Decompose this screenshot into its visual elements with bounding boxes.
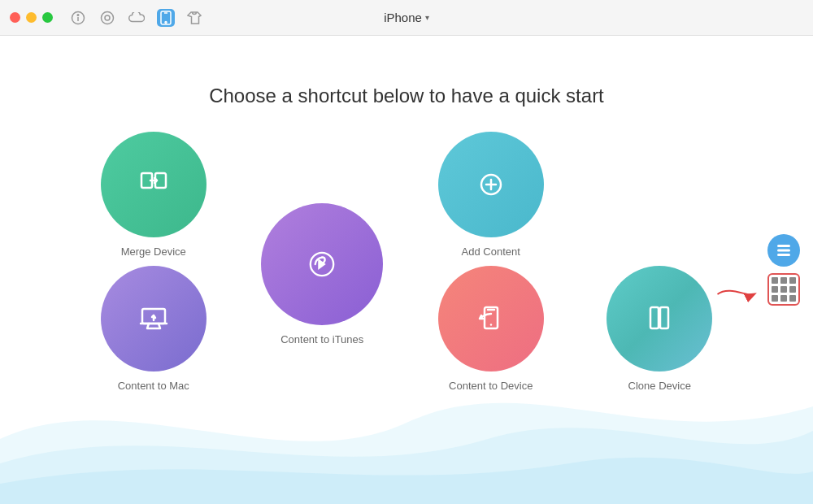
sidebar-right	[767, 234, 800, 306]
clone-icon	[641, 301, 677, 337]
settings-icon[interactable]	[98, 9, 116, 27]
info-icon[interactable]	[69, 9, 87, 27]
add-content-icon	[473, 167, 509, 202]
shortcut-add-content[interactable]: Add Content	[438, 132, 544, 258]
content-device-circle	[438, 266, 544, 371]
traffic-lights	[10, 12, 53, 23]
content-itunes-label: Content to iTunes	[280, 333, 363, 345]
device-transfer-icon	[473, 301, 509, 337]
titlebar-icons	[69, 9, 204, 27]
shortcuts-grid: Merge Device Content to iTunes	[73, 124, 740, 400]
content-itunes-circle	[261, 203, 383, 325]
svg-rect-19	[660, 307, 668, 328]
shortcut-merge-device[interactable]: Merge Device	[101, 132, 207, 258]
svg-point-3	[105, 15, 110, 20]
add-content-label: Add Content	[462, 245, 520, 258]
phone-device-icon[interactable]	[157, 9, 175, 27]
main-content: Choose a shortcut below to have a quick …	[0, 36, 813, 504]
clone-device-label: Clone Device	[628, 380, 691, 392]
toolbar-icon	[775, 241, 793, 259]
itunes-icon	[301, 243, 343, 285]
shortcut-clone-device[interactable]: Clone Device	[606, 266, 712, 392]
minimize-button[interactable]	[26, 12, 37, 23]
clone-device-circle	[606, 266, 712, 371]
merge-device-label: Merge Device	[121, 245, 186, 258]
svg-point-7	[165, 21, 167, 23]
dropdown-arrow-icon: ▾	[425, 13, 429, 22]
close-button[interactable]	[10, 12, 20, 23]
add-content-circle	[438, 132, 544, 237]
device-name: iPhone	[384, 11, 422, 24]
content-device-label: Content to Device	[449, 380, 533, 392]
device-selector[interactable]: iPhone ▾	[384, 11, 429, 24]
cloud-icon[interactable]	[128, 9, 146, 27]
toolbar-grid-button[interactable]	[767, 273, 800, 306]
shortcut-content-mac[interactable]: Content to Mac	[101, 266, 207, 392]
shortcut-content-itunes[interactable]: Content to iTunes	[261, 203, 383, 345]
svg-point-4	[102, 11, 114, 24]
svg-point-17	[490, 324, 492, 325]
merge-device-circle	[101, 132, 207, 237]
merge-icon	[136, 167, 172, 202]
page-title: Choose a shortcut below to have a quick …	[209, 85, 604, 107]
svg-rect-18	[650, 307, 659, 328]
content-mac-circle	[101, 266, 207, 371]
grid-dot-icon	[772, 277, 796, 302]
mac-icon	[136, 301, 172, 337]
tshirt-icon[interactable]	[186, 9, 204, 27]
svg-rect-22	[777, 250, 790, 252]
svg-rect-21	[777, 245, 790, 247]
content-mac-label: Content to Mac	[118, 380, 189, 392]
svg-point-2	[77, 14, 79, 15]
arrow-indicator	[711, 278, 760, 314]
titlebar: iPhone ▾	[0, 0, 813, 36]
svg-rect-23	[777, 254, 790, 256]
shortcut-content-device[interactable]: Content to Device	[438, 266, 544, 392]
toolbar-top-button[interactable]	[767, 234, 800, 267]
maximize-button[interactable]	[42, 12, 53, 23]
